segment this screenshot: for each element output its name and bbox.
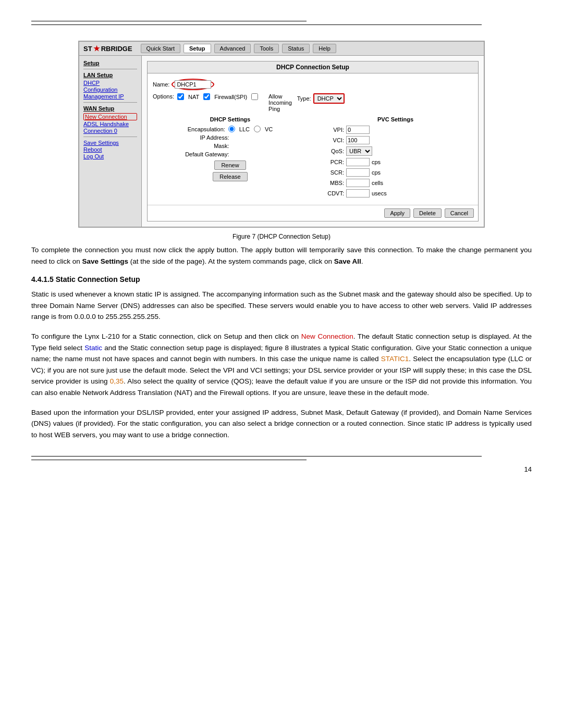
mbs-row: MBS: cells [318, 179, 473, 187]
setup-panel: DHCP Connection Setup Name: Options: [147, 61, 479, 221]
nav-status[interactable]: Status [282, 44, 310, 53]
top-decorative-lines [31, 21, 532, 25]
name-input[interactable] [175, 80, 211, 89]
panel-body: Name: Options: NAT [148, 73, 478, 205]
options-row: Options: NAT Firewall(SPI) AllowIncoming… [153, 93, 473, 112]
sidebar-link-connection0[interactable]: Connection 0 [83, 128, 137, 134]
type-select[interactable]: DHCP [313, 93, 345, 104]
name-row: Name: [153, 79, 473, 90]
vci-row: VCI: [318, 136, 473, 144]
sidebar-link-new-connection[interactable]: New Connection [83, 113, 137, 120]
llc-label: LLC [239, 126, 250, 132]
body-para3-text1: To configure the Lynx L-210 for a Static… [31, 332, 301, 340]
gateway-label: Default Gateway: [153, 151, 229, 157]
sidebar-divider-1 [83, 69, 137, 69]
body-para1: To complete the connection you must now … [31, 244, 532, 267]
dhcp-buttons: Renew Release [153, 161, 308, 181]
body-para3: To configure the Lynx L-210 for a Static… [31, 331, 532, 399]
mbs-input[interactable] [346, 179, 370, 187]
top-line-short [31, 21, 307, 21]
body-para1-text2: (at the side of the page). At the system… [128, 257, 334, 265]
ip-label: IP Address: [153, 134, 229, 141]
sidebar-link-logout[interactable]: Log Out [83, 153, 137, 159]
cdvt-label: CDVT: [318, 190, 344, 196]
encap-label: Encapsulation: [188, 126, 225, 132]
renew-button[interactable]: Renew [214, 161, 246, 170]
sidebar-setup-title: Setup [83, 60, 137, 66]
pvc-settings-col: PVC Settings VPI: VCI: [318, 116, 473, 200]
scr-input[interactable] [346, 168, 370, 177]
nat-checkbox[interactable] [177, 93, 184, 100]
two-col: DHCP Settings Encapsulation: LLC VC [153, 116, 473, 200]
bottom-line-long [31, 456, 482, 456]
content-area: DHCP Connection Setup Name: Options: [142, 56, 484, 227]
sidebar-link-adsl-handshake[interactable]: ADSL Handshake [83, 121, 137, 127]
name-circled [172, 79, 214, 90]
dhcp-settings-col: DHCP Settings Encapsulation: LLC VC [153, 116, 308, 200]
sidebar-link-reboot[interactable]: Reboot [83, 146, 137, 153]
cdvt-input[interactable] [346, 189, 370, 198]
delete-button[interactable]: Delete [413, 208, 442, 218]
nav-tools[interactable]: Tools [254, 44, 279, 53]
sidebar-link-save-settings[interactable]: Save Settings [83, 140, 137, 146]
sidebar-link-configuration[interactable]: Configuration [83, 87, 137, 93]
vpi-input[interactable] [346, 126, 370, 134]
nav-advanced[interactable]: Advanced [214, 44, 251, 53]
allow-checkbox[interactable] [251, 93, 258, 100]
qos-row: QoS: UBR [318, 146, 473, 156]
options-label: Options: [153, 93, 174, 100]
vci-input[interactable] [346, 136, 370, 144]
ip-row: IP Address: [153, 134, 308, 141]
logo-left: ST [83, 45, 92, 53]
cancel-button[interactable]: Cancel [445, 208, 474, 218]
star-icon: ★ [93, 44, 100, 53]
body-para3-new-connection: New Connection [301, 332, 353, 340]
scr-label: SCR: [318, 169, 344, 176]
apply-button[interactable]: Apply [384, 208, 410, 218]
vpi-row: VPI: [318, 126, 473, 134]
cdvt-unit: usecs [372, 190, 387, 196]
mbs-unit: cells [372, 180, 383, 186]
bottom-decorative-lines [31, 456, 532, 460]
type-group: Type: DHCP [297, 93, 345, 104]
sidebar-link-management-ip[interactable]: Management IP [83, 93, 137, 100]
allow-label: AllowIncomingPing [268, 93, 292, 112]
name-label: Name: [153, 81, 169, 88]
firewall-label: Firewall(SPI) [214, 94, 247, 100]
body-para3-static1: STATIC1 [381, 355, 409, 363]
checkbox-group: NAT Firewall(SPI) [177, 93, 258, 100]
sidebar-link-dhcp[interactable]: DHCP [83, 80, 137, 86]
qos-select[interactable]: UBR [346, 146, 372, 156]
nav-quickstart[interactable]: Quick Start [141, 44, 180, 53]
sidebar: Setup LAN Setup DHCP Configuration Manag… [79, 56, 142, 227]
page-number: 14 [31, 465, 532, 473]
llc-radio[interactable] [228, 126, 235, 132]
body-para3-static: Static [84, 344, 102, 352]
logo-right: RBRIDGE [101, 45, 132, 53]
pvc-settings-title: PVC Settings [318, 116, 473, 122]
nav-help[interactable]: Help [313, 44, 336, 53]
dhcp-settings-title: DHCP Settings [153, 116, 308, 122]
vpi-label: VPI: [318, 127, 344, 133]
mask-label: Mask: [153, 143, 229, 149]
firewall-checkbox[interactable] [203, 93, 210, 100]
mbs-label: MBS: [318, 180, 344, 186]
vc-label: VC [265, 126, 273, 132]
bottom-buttons: Apply Delete Cancel [148, 205, 478, 221]
vc-radio[interactable] [254, 126, 261, 132]
qos-label: QoS: [318, 148, 344, 154]
top-line-long [31, 24, 482, 25]
sidebar-divider-2 [83, 102, 137, 103]
sidebar-wan-title: WAN Setup [83, 105, 137, 112]
cdvt-row: CDVT: usecs [318, 189, 473, 198]
pcr-input[interactable] [346, 158, 370, 166]
bottom-line-short [31, 460, 307, 460]
release-button[interactable]: Release [213, 172, 247, 181]
vci-label: VCI: [318, 137, 344, 143]
encap-row: Encapsulation: LLC VC [153, 126, 308, 132]
radio-group: LLC VC [228, 126, 273, 132]
nav-setup[interactable]: Setup [183, 44, 211, 53]
pcr-label: PCR: [318, 159, 344, 165]
body-para3-035: 0,35 [110, 377, 124, 385]
body-para4: Based upon the information your DSL/ISP … [31, 407, 532, 441]
